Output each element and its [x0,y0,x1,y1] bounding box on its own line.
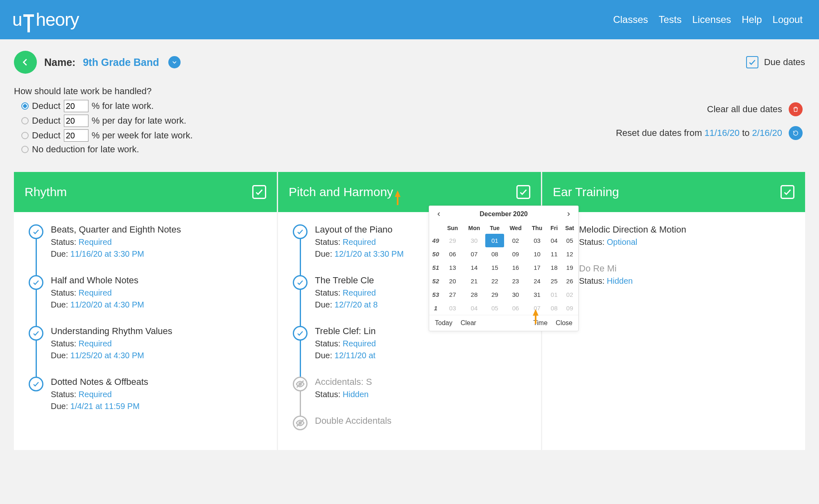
cal-day[interactable]: 13 [442,261,463,274]
lesson-due-link[interactable]: 1/4/21 at 11:59 PM [70,402,140,411]
cal-day[interactable]: 02 [504,234,527,247]
lesson-title[interactable]: Double Accidentals [315,416,533,426]
lesson-title[interactable]: Half and Whole Notes [51,275,269,286]
lesson-status-link[interactable]: Hidden [343,390,369,399]
lesson-status-node[interactable] [293,416,308,430]
cal-day[interactable]: 21 [463,274,485,288]
lesson-status-node[interactable] [29,224,43,239]
clear-due-dates-button[interactable] [789,102,803,116]
date-picker[interactable]: December 2020 SunMonTueWedThuFriSat49293… [429,206,579,331]
lesson-due-link[interactable]: 12/11/20 at [335,351,376,360]
lesson-status-node[interactable] [29,326,43,341]
cal-day[interactable]: 29 [442,234,463,247]
lesson-due-link[interactable]: 12/1/20 at 3:30 PM [335,249,404,258]
nav-help[interactable]: Help [742,14,762,25]
cal-day[interactable]: 18 [547,261,561,274]
cal-day[interactable]: 19 [561,261,578,274]
reset-due-dates-button[interactable] [789,126,803,140]
logo[interactable]: uheory [12,9,79,30]
cal-day[interactable]: 06 [504,301,527,315]
nav-classes[interactable]: Classes [613,14,648,25]
cal-day[interactable]: 30 [504,288,527,301]
cal-today-button[interactable]: Today [435,319,452,327]
cal-day[interactable]: 16 [504,261,527,274]
nav-tests[interactable]: Tests [658,14,681,25]
late-pct-input-day[interactable] [64,115,88,127]
lesson-status-link[interactable]: Required [343,237,376,246]
lesson-status-node[interactable] [293,275,308,290]
lesson-status-link[interactable]: Optional [607,237,638,246]
cal-day[interactable]: 22 [485,274,504,288]
cal-day[interactable]: 04 [463,301,485,315]
lesson-status-node[interactable] [293,326,308,341]
cal-day[interactable]: 07 [463,247,485,261]
reset-to-date[interactable]: 2/16/20 [752,128,782,138]
lesson-due-link[interactable]: 11/25/20 at 4:30 PM [70,351,144,360]
lesson-due-link[interactable]: 11/16/20 at 3:30 PM [70,249,144,258]
cal-day[interactable]: 03 [527,234,547,247]
cal-day[interactable]: 05 [561,234,578,247]
cal-day[interactable]: 27 [442,288,463,301]
lesson-status-link[interactable]: Hidden [607,276,633,285]
cal-day[interactable]: 20 [442,274,463,288]
cal-next-month[interactable] [564,210,572,218]
lesson-title[interactable]: Understanding Rhythm Values [51,326,269,337]
cal-day[interactable]: 28 [463,288,485,301]
lesson-title[interactable]: Dotted Notes & Offbeats [51,377,269,387]
lesson-status-node[interactable] [29,275,43,290]
lesson-title[interactable]: Accidentals: S [315,377,533,387]
cal-prev-month[interactable] [435,210,443,218]
class-name[interactable]: 9th Grade Band [83,57,159,68]
cal-day[interactable]: 05 [485,301,504,315]
lesson-due-link[interactable]: 11/20/20 at 4:30 PM [70,300,144,309]
late-pct-input-flat[interactable] [64,100,88,112]
cal-day[interactable]: 03 [442,301,463,315]
cal-day[interactable]: 08 [547,301,561,315]
cal-day[interactable]: 30 [463,234,485,247]
cal-day[interactable]: 31 [527,288,547,301]
cal-day[interactable]: 17 [527,261,547,274]
lesson-title[interactable]: Beats, Quarter and Eighth Notes [51,224,269,235]
class-dropdown-toggle[interactable] [168,56,181,68]
lesson-status-link[interactable]: Required [79,339,112,348]
lesson-status-link[interactable]: Required [343,288,376,297]
due-dates-checkbox[interactable] [746,56,758,68]
cal-day[interactable]: 25 [547,274,561,288]
lesson-title[interactable]: Do Re Mi [579,263,797,274]
cal-day[interactable]: 11 [547,247,561,261]
reset-from-date[interactable]: 11/16/20 [704,128,740,138]
nav-licenses[interactable]: Licenses [692,14,731,25]
lesson-status-link[interactable]: Required [343,339,376,348]
back-button[interactable] [14,51,37,74]
nav-logout[interactable]: Logout [773,14,803,25]
cal-day[interactable]: 23 [504,274,527,288]
cal-day[interactable]: 15 [485,261,504,274]
column-checkbox[interactable] [781,185,794,199]
late-pct-input-week[interactable] [64,129,88,142]
cal-day[interactable]: 09 [504,247,527,261]
column-checkbox[interactable] [252,185,266,199]
lesson-status-node[interactable] [293,224,308,239]
cal-day[interactable]: 26 [561,274,578,288]
cal-close-button[interactable]: Close [556,319,572,327]
cal-day[interactable]: 04 [547,234,561,247]
lesson-status-link[interactable]: Required [79,237,112,246]
cal-day[interactable]: 01 [485,234,504,247]
lesson-title[interactable]: Melodic Direction & Motion [579,224,797,235]
cal-day[interactable]: 29 [485,288,504,301]
cal-day[interactable]: 10 [527,247,547,261]
cal-clear-button[interactable]: Clear [461,319,476,327]
lesson-due-link[interactable]: 12/7/20 at 8 [335,300,378,309]
lesson-status-node[interactable] [29,377,43,391]
cal-day[interactable]: 01 [547,288,561,301]
cal-day[interactable]: 02 [561,288,578,301]
cal-day[interactable]: 12 [561,247,578,261]
cal-day[interactable]: 08 [485,247,504,261]
lesson-status-link[interactable]: Required [79,288,112,297]
cal-day[interactable]: 14 [463,261,485,274]
cal-day[interactable]: 24 [527,274,547,288]
lesson-status-link[interactable]: Required [79,390,112,399]
cal-day[interactable]: 06 [442,247,463,261]
cal-day[interactable]: 09 [561,301,578,315]
lesson-status-node[interactable] [293,377,308,391]
